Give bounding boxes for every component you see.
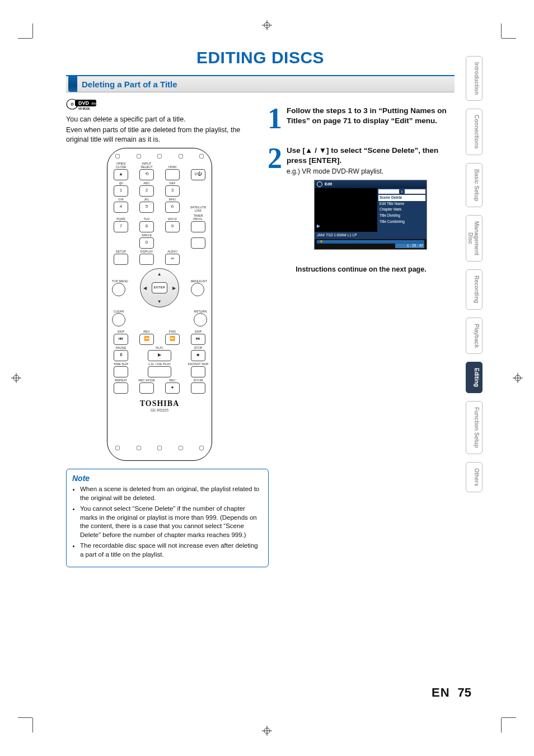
record-icon: ● xyxy=(165,382,180,394)
remote-label: DEF xyxy=(170,181,176,185)
remote-label: ABC xyxy=(143,181,149,185)
tab-playback[interactable]: Playback xyxy=(466,318,483,354)
continue-note: Instructions continue on the next page. xyxy=(268,265,455,273)
note-item: You cannot select “Scene Delete” if the … xyxy=(80,505,263,539)
remote-label: SATELLITE LINK xyxy=(190,206,207,212)
keypad-0: 0 xyxy=(139,237,154,249)
dpad: ▲ ▼ ◀ ▶ ENTER xyxy=(140,268,179,307)
footer-page-number: 75 xyxy=(458,685,471,700)
tab-label: Disc xyxy=(467,221,474,255)
rec-mode-button xyxy=(139,382,154,394)
audio-button: ∞ xyxy=(165,254,180,265)
remote-label: AUDIO xyxy=(167,250,177,253)
fast-forward-icon: ⏩ xyxy=(165,334,180,345)
crop-mark-icon xyxy=(479,696,502,718)
step-1: 1 Follow the steps 1 to 3 in “Putting Na… xyxy=(268,106,455,132)
tab-others[interactable]: Others xyxy=(466,462,483,492)
remote-label: REC MODE xyxy=(138,379,155,382)
setup-button xyxy=(114,254,128,265)
step-number: 2 xyxy=(268,146,282,250)
skip-prev-icon: ⏮ xyxy=(114,334,128,345)
remote-label: TIMER PROG. xyxy=(193,214,203,221)
side-tabs: Introduction Connections Basic Setup Man… xyxy=(466,56,483,492)
crop-mark-icon xyxy=(32,38,55,60)
tab-function-setup[interactable]: Function Setup xyxy=(466,401,483,454)
speed-play-button xyxy=(148,366,171,377)
remote-label: FWD xyxy=(169,330,176,333)
display-button xyxy=(139,254,154,265)
tab-connections[interactable]: Connections xyxy=(466,109,483,155)
up-arrow-icon: ▲ xyxy=(305,146,312,156)
instant-skip-button xyxy=(191,366,205,377)
svg-point-13 xyxy=(71,103,73,105)
svg-text:-RW: -RW xyxy=(91,102,96,105)
intro-text: You can delete a specific part of a titl… xyxy=(66,115,253,144)
zoom-button xyxy=(191,382,205,394)
registration-mark-icon xyxy=(262,20,272,30)
footer-lang: EN xyxy=(432,685,450,700)
remote-label: SKIP xyxy=(195,330,202,333)
step-2: 2 Use [▲ / ▼] to select “Scene Delete”, … xyxy=(268,146,455,250)
remote-label: WXYZ xyxy=(168,217,177,221)
page-footer: EN 75 xyxy=(432,685,471,700)
osd-menu-item: Edit Title Name xyxy=(378,201,425,207)
osd-menu-item: Title Combining xyxy=(378,219,425,225)
note-item: When a scene is deleted from an original… xyxy=(80,485,263,502)
remote-label: REPEAT xyxy=(115,379,127,382)
left-column: DVD -RW VR MODE You can delete a specifi… xyxy=(66,96,253,567)
tab-introduction[interactable]: Introduction xyxy=(466,56,483,101)
top-menu-button xyxy=(112,283,125,296)
tab-basic-setup[interactable]: Basic Setup xyxy=(466,163,483,207)
brand-logo: TOSHIBA xyxy=(112,399,207,408)
menu-list-button xyxy=(191,283,204,296)
remote-label: SETUP xyxy=(116,250,126,253)
remote-label: REV xyxy=(143,330,149,333)
remote-label: ZOOM xyxy=(194,379,203,382)
remote-label: MNO xyxy=(169,198,176,201)
rewind-icon: ⏪ xyxy=(139,334,154,345)
step-2-example: e.g.) VR mode DVD-RW playlist. xyxy=(287,167,383,175)
remote-label: PQRS xyxy=(116,217,125,221)
down-arrow-icon: ▼ xyxy=(319,146,326,156)
dvd-disc-icon xyxy=(317,181,322,187)
step-1-text: Follow the steps 1 to 3 in “Putting Name… xyxy=(287,106,447,125)
osd-title: Edit xyxy=(325,181,332,186)
keypad-9: 9 xyxy=(165,221,180,232)
remote-label: INPUT SELECT xyxy=(140,162,152,169)
section-tabmark-icon xyxy=(68,76,77,92)
note-heading: Note xyxy=(72,474,263,483)
satellite-link-button xyxy=(191,237,205,249)
play-indicator-icon: ▶ xyxy=(317,223,320,230)
tab-recording[interactable]: Recording xyxy=(466,269,483,309)
osd-status-text: JAN/ 7/10 1:00AM L1 LP xyxy=(317,233,357,238)
svg-text:VR MODE: VR MODE xyxy=(78,108,90,110)
osd-elapsed-time: 1 : 25 : 47 xyxy=(395,244,424,249)
osd-menu-item: Chapter Mark xyxy=(378,207,425,213)
remote-label: CLEAR xyxy=(112,310,125,313)
remote-label: SKIP xyxy=(118,330,125,333)
remote-label: RETURN xyxy=(194,310,207,313)
osd-menu: 1 Scene Delete Edit Title Name Chapter M… xyxy=(377,188,427,232)
remote-label: .@/: xyxy=(118,181,124,185)
tab-editing[interactable]: Editing xyxy=(466,362,483,393)
tab-disc-management[interactable]: Management Disc xyxy=(466,215,483,262)
tab-label: Management xyxy=(474,221,480,255)
keypad-5: 5 xyxy=(139,202,154,213)
remote-label: INSTANT SKIP xyxy=(188,362,208,366)
eject-icon: ▲ xyxy=(114,169,128,180)
input-select-button: ⟲ xyxy=(139,169,154,180)
keypad-3: 3 xyxy=(165,185,180,197)
remote-label: DISPLAY xyxy=(140,250,153,253)
crop-mark-icon xyxy=(32,696,55,718)
stop-icon: ■ xyxy=(191,350,205,361)
remote-label: GHI xyxy=(118,198,124,201)
time-slip-button xyxy=(114,366,128,377)
skip-next-icon: ⏭ xyxy=(191,334,205,345)
registration-mark-icon xyxy=(11,373,21,383)
step-2-text-mid: / xyxy=(312,146,318,155)
content-area: EDITING DISCS Deleting a Part of a Title… xyxy=(66,48,455,567)
remote-label: PAUSE xyxy=(116,346,126,349)
osd-progress-bar: ▼ xyxy=(317,240,424,244)
intro-line: Even when parts of title are deleted fro… xyxy=(66,125,253,144)
left-arrow-icon: ◀ xyxy=(143,286,147,291)
